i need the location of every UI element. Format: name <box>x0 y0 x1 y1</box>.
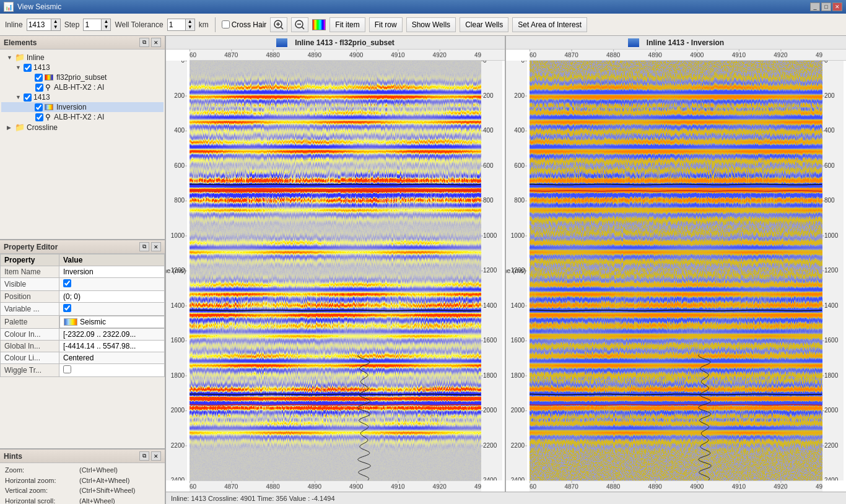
hint-hz-zoom: Horizontal zoom:(Ctrl+Alt+Wheel) <box>5 476 160 486</box>
tree-item-fl32prio[interactable]: fl32prio_subset <box>1 72 164 82</box>
prop-row-wiggle: Wiggle Tr... <box>1 364 165 377</box>
tree-checkbox-alb-2[interactable] <box>35 113 43 121</box>
well-tolerance-spinbox[interactable]: ▲ ▼ <box>167 19 195 31</box>
tree-checkbox-fl32prio[interactable] <box>35 74 43 82</box>
prop-key-item-name: Item Name <box>1 266 59 278</box>
set-area-button[interactable]: Set Area of Interest <box>512 17 587 32</box>
step-input[interactable] <box>83 19 102 31</box>
hints-title: Hints <box>4 452 22 461</box>
prop-row-visible: Visible <box>1 278 165 291</box>
main-content: Elements ⧉ ✕ ▼ 📁 Inline ▼ <box>0 36 846 504</box>
folder-icon-inline: 📁 <box>15 53 25 62</box>
prop-val-item-name[interactable]: Inversion <box>59 266 165 278</box>
close-button[interactable]: ✕ <box>832 2 842 11</box>
property-close-button[interactable]: ✕ <box>151 242 161 251</box>
zoom-out-button[interactable] <box>291 17 308 32</box>
panel1-canvas-container[interactable] <box>190 61 481 480</box>
property-table-container: Property Value Item Name Inversion Visib… <box>0 254 165 448</box>
tree-label-inline: Inline <box>27 53 45 62</box>
tree-item-crossline-folder[interactable]: ▶ 📁 Crossline <box>1 122 164 133</box>
svg-line-6 <box>302 27 305 29</box>
prop-key-wiggle: Wiggle Tr... <box>1 364 59 377</box>
tree-checkbox-alb-1[interactable] <box>35 84 43 92</box>
tree-item-inversion[interactable]: Inversion <box>1 102 164 112</box>
hints-float-button[interactable]: ⧉ <box>139 451 149 461</box>
fit-item-button[interactable]: Fit item <box>329 17 365 32</box>
clear-wells-button[interactable]: Clear Wells <box>460 17 508 32</box>
tree-item-alb-1[interactable]: ⚲ ALB-HT-X2 : AI <box>1 82 164 92</box>
maximize-button[interactable]: □ <box>821 2 831 11</box>
well-icon-2: ⚲ <box>45 113 51 121</box>
panel2-seismic-canvas[interactable] <box>530 61 822 480</box>
zoom-in-button[interactable] <box>270 17 287 32</box>
prop-val-colour-in[interactable]: [-2322.09 .. 2322.09... <box>59 329 165 341</box>
well-icon-1: ⚲ <box>45 83 51 92</box>
property-editor: Property Editor ⧉ ✕ Property Value <box>0 240 165 448</box>
prop-val-visible[interactable] <box>59 278 165 291</box>
panel1-x-axis-bottom <box>190 480 481 492</box>
tree-arrow-1413-2: ▼ <box>15 94 22 100</box>
tree-checkbox-1413-2[interactable] <box>24 93 32 102</box>
tree-item-alb-2[interactable]: ⚲ ALB-HT-X2 : AI <box>1 112 164 122</box>
elements-float-button[interactable]: ⧉ <box>139 38 149 47</box>
inversion-color <box>45 104 53 110</box>
crosshair-input[interactable] <box>222 20 230 28</box>
tree-label-crossline: Crossline <box>27 123 58 132</box>
hints-close-button[interactable]: ✕ <box>151 451 161 461</box>
minimize-button[interactable]: _ <box>810 2 820 11</box>
prop-val-wiggle[interactable] <box>59 364 165 377</box>
tree-label-fl32prio: fl32prio_subset <box>56 73 107 82</box>
panel1-title: Inline 1413 - fl32prio_subset <box>295 38 395 47</box>
palette-swatch <box>64 318 77 326</box>
tree-item-1413-2[interactable]: ▼ 1413 <box>1 92 164 102</box>
prop-val-palette[interactable]: Seismic <box>59 316 165 328</box>
panel1-x-axis-top-canvas <box>190 50 481 60</box>
seismic-panel-2: Inline 1413 - Inversion Time (ms) <box>506 36 846 492</box>
hints-panel: Hints ⧉ ✕ Zoom:(Ctrl+Wheel) Horizontal z… <box>0 448 165 504</box>
panel2-title: Inline 1413 - Inversion <box>647 38 724 47</box>
elements-close-button[interactable]: ✕ <box>151 38 161 47</box>
property-table: Property Value Item Name Inversion Visib… <box>0 254 165 377</box>
prop-val-colour-li: Centered <box>59 352 165 364</box>
tree-arrow-1413-1: ▼ <box>15 64 22 71</box>
panel1-y-label: Time (ms) <box>166 267 186 274</box>
inline-input[interactable] <box>27 19 51 31</box>
fit-row-button[interactable]: Fit row <box>369 17 403 32</box>
prop-val-global-in[interactable]: [-4414.14 .. 5547.98... <box>59 341 165 352</box>
property-float-button[interactable]: ⧉ <box>139 242 149 251</box>
property-title: Property Editor <box>4 243 58 251</box>
panel1-seismic-canvas[interactable] <box>190 61 481 480</box>
palette-bar[interactable] <box>312 19 326 30</box>
property-header: Property Editor ⧉ ✕ <box>0 240 165 254</box>
crosshair-checkbox[interactable]: Cross Hair <box>222 20 267 29</box>
variable-checkbox[interactable] <box>63 304 71 312</box>
tree-item-inline-folder[interactable]: ▼ 📁 Inline <box>1 52 164 63</box>
hint-vt-zoom: Vertical zoom:(Ctrl+Shift+Wheel) <box>5 485 160 496</box>
prop-val-position: (0; 0) <box>59 291 165 303</box>
tree-checkbox-1413-1[interactable] <box>24 64 32 72</box>
prop-key-position: Position <box>1 291 59 303</box>
inline-down[interactable]: ▼ <box>51 25 60 30</box>
elements-tree: ▼ 📁 Inline ▼ 1413 fl32prio_su <box>0 50 165 240</box>
panel2-color-bar <box>628 38 639 47</box>
well-tolerance-down[interactable]: ▼ <box>186 25 194 30</box>
show-wells-button[interactable]: Show Wells <box>406 17 456 32</box>
prop-key-colour-in: Colour In... <box>1 329 59 341</box>
well-tolerance-input[interactable] <box>167 19 186 31</box>
panel1-x-axis-top <box>190 50 505 61</box>
inline-spinbox[interactable]: ▲ ▼ <box>27 19 61 31</box>
tree-label-1413-1: 1413 <box>33 63 50 72</box>
step-spinbox[interactable]: ▲ ▼ <box>83 19 111 31</box>
statusbar: Inline: 1413 Crossline: 4901 Time: 356 V… <box>166 492 846 504</box>
panel1-header: Inline 1413 - fl32prio_subset <box>166 36 505 50</box>
panel2-canvas-container[interactable] <box>530 61 822 480</box>
prop-val-variable[interactable] <box>59 303 165 316</box>
visible-checkbox[interactable] <box>63 279 71 287</box>
hints-header: Hints ⧉ ✕ <box>0 450 165 463</box>
tree-checkbox-inversion[interactable] <box>35 103 43 111</box>
wiggle-checkbox[interactable] <box>63 365 71 373</box>
panel1-color-bar <box>276 38 287 47</box>
step-down[interactable]: ▼ <box>102 25 110 30</box>
tree-item-1413-1[interactable]: ▼ 1413 <box>1 63 164 72</box>
value-col-header: Value <box>59 254 165 266</box>
